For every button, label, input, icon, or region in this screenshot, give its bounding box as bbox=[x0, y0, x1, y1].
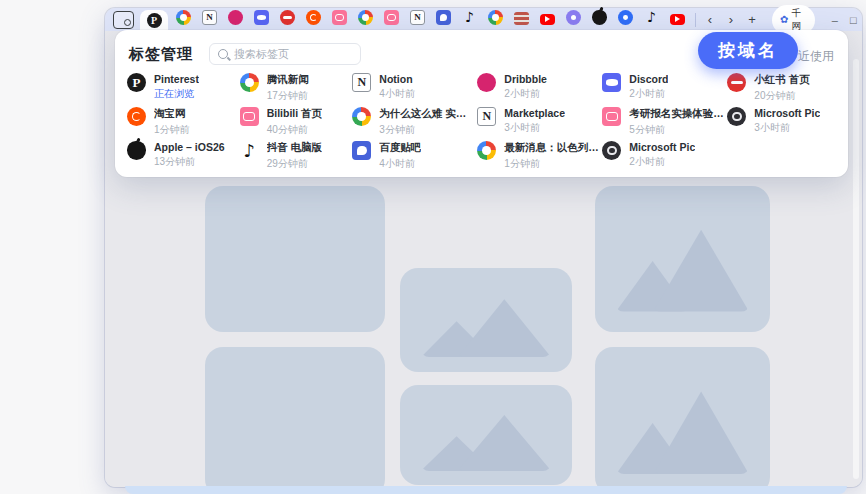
tab-favicon-youtube[interactable] bbox=[670, 11, 685, 29]
search-field[interactable] bbox=[209, 43, 361, 65]
pinterest-icon bbox=[147, 13, 162, 28]
tab-entry[interactable]: Discord2小时前 bbox=[602, 73, 725, 103]
tab-entry-time: 3小时前 bbox=[754, 121, 820, 135]
by-domain-badge[interactable]: 按域名 bbox=[698, 32, 798, 69]
tab-favicon-xiaohongshu[interactable] bbox=[280, 10, 295, 29]
tab-entry-time: 4小时前 bbox=[379, 87, 415, 101]
tab-favicon-tiktok[interactable] bbox=[462, 10, 477, 29]
image-placeholder-icon bbox=[421, 415, 552, 471]
scrollbar[interactable] bbox=[853, 59, 859, 479]
window-controls: – □ × bbox=[832, 14, 866, 26]
window-bottom-bar bbox=[125, 486, 847, 494]
tab-entry[interactable]: Microsoft Pic2小时前 bbox=[602, 141, 725, 171]
tab-entry[interactable]: 抖音 电脑版29分钟前 bbox=[240, 141, 351, 171]
blue-icon bbox=[618, 10, 633, 25]
chrome-colorful-icon bbox=[176, 10, 191, 25]
tab-entry[interactable]: Apple – iOS2613分钟前 bbox=[127, 141, 238, 171]
tab-entry-time: 3小时前 bbox=[504, 121, 565, 135]
forward-button[interactable]: › bbox=[724, 12, 738, 28]
notion-icon bbox=[202, 10, 217, 25]
tab-entry[interactable]: 考研报名实操体验流程...5分钟前 bbox=[602, 107, 725, 137]
tieba-icon bbox=[436, 10, 451, 25]
apple-icon bbox=[127, 141, 146, 160]
tab-favicon-stripes[interactable] bbox=[514, 11, 529, 29]
tab-entry-time: 20分钟前 bbox=[754, 89, 809, 103]
tab-favicon-notion[interactable] bbox=[202, 10, 217, 29]
tab-active-pinterest[interactable] bbox=[140, 10, 168, 31]
tab-entry-title: Dribbble bbox=[504, 73, 547, 85]
tab-favicon-taobao[interactable] bbox=[306, 10, 321, 29]
tab-entry[interactable]: Pinterest正在浏览 bbox=[127, 73, 238, 103]
tab-entry-title: 淘宝网 bbox=[154, 107, 190, 121]
tab-entry-text: Microsoft Pic2小时前 bbox=[629, 141, 695, 169]
tab-entry-title: 最新消息：以色列最终... bbox=[504, 141, 600, 155]
chrome-colorful-icon bbox=[358, 10, 373, 25]
tab-entry[interactable]: 最新消息：以色列最终...1分钟前 bbox=[477, 141, 600, 171]
minimize-button[interactable]: – bbox=[832, 14, 838, 26]
mspic-icon bbox=[727, 107, 746, 126]
tab-entry-text: Discord2小时前 bbox=[629, 73, 668, 101]
tab-entry-time: 13分钟前 bbox=[154, 155, 225, 169]
tab-favicon-youtube[interactable] bbox=[540, 11, 555, 29]
tab-entry[interactable]: Notion4小时前 bbox=[352, 73, 475, 103]
tab-entry[interactable]: Microsoft Pic3小时前 bbox=[727, 107, 838, 137]
tab-entry-text: Microsoft Pic3小时前 bbox=[754, 107, 820, 135]
notion-icon bbox=[352, 73, 371, 92]
tab-entry[interactable]: 小红书 首页20分钟前 bbox=[727, 73, 838, 103]
tab-entry[interactable]: Bilibili 首页40分钟前 bbox=[240, 107, 351, 137]
tab-entry[interactable]: 为什么这么难 实现经济...3分钟前 bbox=[352, 107, 475, 137]
tab-entry[interactable]: 腾讯新闻17分钟前 bbox=[240, 73, 351, 103]
tab-favicon-apple[interactable] bbox=[592, 10, 607, 29]
tab-favicon-tieba[interactable] bbox=[436, 10, 451, 29]
chrome-colorful-icon bbox=[477, 141, 496, 160]
gear-flower-icon: ✿ bbox=[780, 15, 788, 25]
tab-entry-time: 2小时前 bbox=[629, 87, 668, 101]
image-placeholder-icon bbox=[616, 391, 749, 474]
xiaohongshu-icon bbox=[280, 10, 295, 25]
tab-entry[interactable]: Marketplace3小时前 bbox=[477, 107, 600, 137]
chrome-colorful-icon bbox=[488, 10, 503, 25]
tab-entry[interactable]: 淘宝网1分钟前 bbox=[127, 107, 238, 137]
tab-search-button[interactable] bbox=[113, 11, 134, 29]
tab-favicon-bilibili[interactable] bbox=[384, 10, 399, 29]
tab-favicon-chrome-colorful[interactable] bbox=[488, 10, 503, 29]
tab-favicon-purple[interactable] bbox=[566, 10, 581, 29]
tab-entry-text: 最新消息：以色列最终...1分钟前 bbox=[504, 141, 600, 171]
tab-favicon-notion[interactable] bbox=[410, 10, 425, 29]
tiktok-icon bbox=[644, 10, 659, 25]
tab-entry-status: 正在浏览 bbox=[154, 87, 199, 101]
tab-entry-text: 小红书 首页20分钟前 bbox=[754, 73, 809, 103]
divider bbox=[695, 13, 696, 27]
taobao-icon bbox=[306, 10, 321, 25]
tab-entry[interactable]: Dribbble2小时前 bbox=[477, 73, 600, 103]
tab-favicon-bilibili[interactable] bbox=[332, 10, 347, 29]
placeholder-card bbox=[595, 186, 770, 332]
maximize-button[interactable]: □ bbox=[850, 14, 857, 26]
dribbble-icon bbox=[477, 73, 496, 92]
tab-favicon-chrome-colorful[interactable] bbox=[358, 10, 373, 29]
tab-entry-text: 百度贴吧4小时前 bbox=[379, 141, 421, 171]
recently-used-control-partial[interactable]: 近使用 bbox=[798, 48, 834, 65]
tab-entry-text: Marketplace3小时前 bbox=[504, 107, 565, 135]
tab-entry-title: Notion bbox=[379, 73, 415, 85]
placeholder-card bbox=[205, 186, 385, 332]
placeholder-card bbox=[400, 268, 572, 372]
tab-favicon-tiktok[interactable] bbox=[644, 10, 659, 29]
new-tab-button[interactable]: + bbox=[745, 12, 759, 28]
tab-favicon-blue[interactable] bbox=[618, 10, 633, 29]
tab-entry-title: Apple – iOS26 bbox=[154, 141, 225, 153]
tab-entry-title: 为什么这么难 实现经济... bbox=[379, 107, 475, 121]
tab-entry-title: Marketplace bbox=[504, 107, 565, 119]
tab-entry-time: 1分钟前 bbox=[154, 123, 190, 137]
tab-entry-text: 腾讯新闻17分钟前 bbox=[267, 73, 309, 103]
search-input[interactable] bbox=[234, 48, 352, 60]
dribbble-icon bbox=[228, 10, 243, 25]
tab-entry[interactable]: 百度贴吧4小时前 bbox=[352, 141, 475, 171]
tab-entry-text: Dribbble2小时前 bbox=[504, 73, 547, 101]
tab-favicon-chrome-colorful[interactable] bbox=[176, 10, 191, 29]
bilibili-icon bbox=[384, 10, 399, 25]
back-button[interactable]: ‹ bbox=[703, 12, 717, 28]
tiktok-icon bbox=[240, 141, 259, 160]
tab-favicon-dribbble[interactable] bbox=[228, 10, 243, 29]
tab-favicon-discord[interactable] bbox=[254, 10, 269, 29]
